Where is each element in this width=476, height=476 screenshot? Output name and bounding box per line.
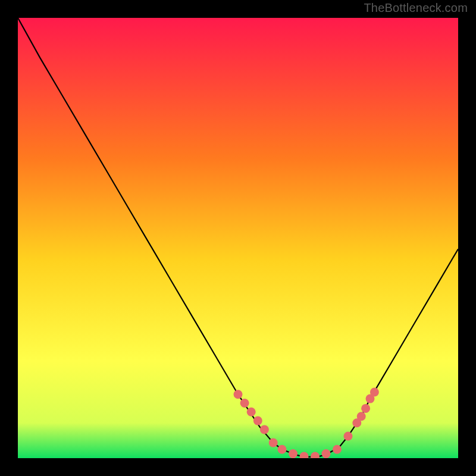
- marker-dot: [344, 432, 353, 441]
- marker-dot: [357, 412, 366, 421]
- marker-dot: [289, 449, 298, 458]
- marker-dot: [247, 408, 256, 416]
- marker-dot: [278, 445, 287, 454]
- bottleneck-plot: [18, 18, 458, 458]
- marker-dot: [240, 399, 249, 408]
- marker-dot: [260, 425, 269, 434]
- watermark-text: TheBottleneck.com: [364, 1, 468, 15]
- plot-svg: [18, 18, 458, 458]
- marker-dot: [234, 390, 243, 399]
- marker-dot: [322, 449, 331, 458]
- marker-dot: [333, 445, 342, 454]
- marker-dot: [370, 388, 379, 397]
- marker-dot: [361, 404, 370, 413]
- marker-dot: [253, 416, 262, 425]
- marker-dot: [269, 439, 278, 447]
- chart-frame: TheBottleneck.com: [0, 0, 476, 476]
